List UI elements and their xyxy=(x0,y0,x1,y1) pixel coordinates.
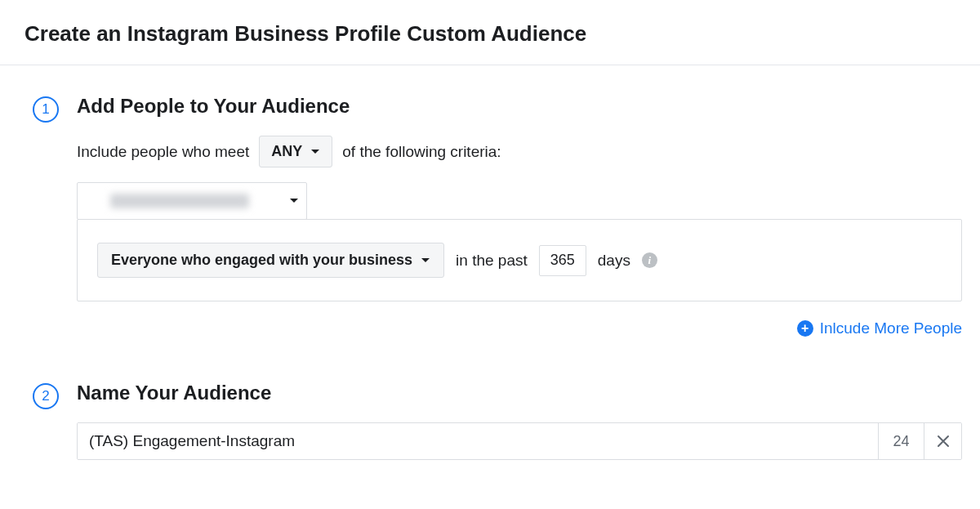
step-2: 2 Name Your Audience 24 xyxy=(33,382,962,460)
account-name-redacted xyxy=(78,183,282,219)
audience-name-row: 24 xyxy=(77,422,962,460)
step-1-badge: 1 xyxy=(33,96,59,123)
close-icon xyxy=(937,435,950,448)
match-mode-dropdown[interactable]: ANY xyxy=(259,136,332,167)
char-count: 24 xyxy=(878,423,924,459)
page-title: Create an Instagram Business Profile Cus… xyxy=(0,0,980,65)
account-dropdown[interactable] xyxy=(77,182,307,220)
audience-name-input[interactable] xyxy=(78,423,878,459)
include-more-label: Inlcude More People xyxy=(820,319,962,337)
days-input[interactable] xyxy=(539,245,586,276)
criteria-sentence: Include people who meet ANY of the follo… xyxy=(77,136,962,167)
step-2-title: Name Your Audience xyxy=(77,382,962,404)
step-1: 1 Add People to Your Audience Include pe… xyxy=(33,95,962,337)
past-prefix: in the past xyxy=(456,252,528,270)
info-icon[interactable]: i xyxy=(642,252,657,268)
criteria-panel: Everyone who engaged with your business … xyxy=(77,219,962,301)
caret-down-icon xyxy=(282,183,306,219)
match-mode-label: ANY xyxy=(271,143,302,160)
caret-down-icon xyxy=(310,149,320,155)
days-suffix: days xyxy=(598,252,630,270)
criteria-suffix: of the following criteria: xyxy=(342,143,501,161)
criteria-prefix: Include people who meet xyxy=(77,143,249,161)
caret-down-icon xyxy=(421,257,430,264)
plus-circle-icon: + xyxy=(797,320,813,337)
include-more-button[interactable]: + Inlcude More People xyxy=(77,319,962,337)
engagement-type-label: Everyone who engaged with your business xyxy=(111,252,412,269)
clear-name-button[interactable] xyxy=(924,423,961,459)
engagement-type-dropdown[interactable]: Everyone who engaged with your business xyxy=(97,243,444,278)
step-2-badge: 2 xyxy=(33,383,59,409)
step-1-title: Add People to Your Audience xyxy=(77,95,962,118)
